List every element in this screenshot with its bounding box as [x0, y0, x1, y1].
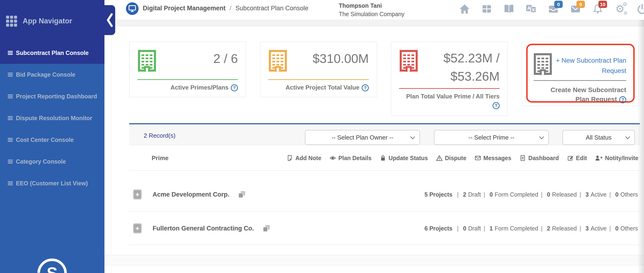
- record-count: 2 Record(s): [144, 132, 176, 139]
- note-icon: [286, 154, 293, 162]
- help-icon[interactable]: ?: [492, 102, 500, 109]
- column-header-prime: Prime: [152, 146, 168, 170]
- sidebar-item-category-console[interactable]: Category Console: [0, 151, 104, 172]
- building-icon: [400, 50, 418, 73]
- inbox-badge: 0: [554, 1, 563, 8]
- plan-owner-select-value: -- Select Plan Owner --: [332, 134, 393, 141]
- menu-icon: [8, 182, 13, 185]
- sidebar-item-cost-center-console[interactable]: Cost Center Console: [0, 129, 104, 151]
- sidebar-item-label: EEO (Customer List View): [16, 180, 88, 187]
- menu-icon: [8, 116, 13, 120]
- new-subcontract-plan-request-link[interactable]: + New Subcontract Plan Request: [549, 56, 626, 76]
- table-icon: [481, 4, 492, 14]
- inbox-button[interactable]: 0: [548, 3, 559, 15]
- status-select[interactable]: All Status: [562, 130, 635, 145]
- action-label: Add Note: [295, 155, 321, 162]
- header-divider-band: [104, 20, 644, 26]
- menu-icon: [8, 94, 13, 98]
- right-edge-shadow: [638, 20, 644, 273]
- action-label: Dispute: [445, 155, 466, 162]
- row-project-stats: 5 Projects| 2Draft| 0Form Completed| 0Re…: [424, 191, 638, 198]
- logout-button[interactable]: [637, 3, 644, 15]
- app-grid-icon: [6, 16, 17, 27]
- user-company: The Simulation Company: [339, 10, 404, 18]
- stat-label: Active Primes/Plans?: [170, 84, 238, 92]
- home-button[interactable]: [459, 3, 470, 15]
- copy-icon[interactable]: [238, 190, 246, 198]
- plus-icon: +: [135, 224, 140, 232]
- dashboard-button[interactable]: Dashboard: [519, 154, 559, 162]
- app-module-icon: [126, 2, 138, 15]
- expand-row-button[interactable]: +: [133, 189, 142, 200]
- settings-button[interactable]: ⚙ ⚙ ⚙: [614, 3, 625, 15]
- stat-label: Active Project Total Value?: [286, 84, 369, 92]
- chevron-down-icon: [625, 136, 630, 139]
- edit-icon: [567, 154, 574, 162]
- plan-owner-select[interactable]: -- Select Plan Owner --: [305, 130, 420, 145]
- action-label: Messages: [484, 155, 512, 162]
- sidebar-item-label: Subcontract Plan Console: [16, 50, 88, 56]
- menu-icon: [8, 51, 13, 55]
- power-icon: [637, 4, 644, 14]
- stat-value-line1: $52.23M /: [444, 49, 500, 67]
- plan-details-button[interactable]: Plan Details: [329, 154, 372, 162]
- notify-invite-button[interactable]: Notity/Invite: [595, 154, 638, 162]
- knowledge-book-button[interactable]: [504, 3, 514, 15]
- messages-button-row[interactable]: Messages: [474, 154, 512, 162]
- stat-card-new-request: + New Subcontract Plan Request Create Ne…: [522, 42, 639, 106]
- sidebar-item-subcontract-plan-console[interactable]: Subcontract Plan Console: [0, 42, 104, 64]
- sidebar-item-label: Cost Center Console: [16, 136, 74, 143]
- menu-icon: [8, 73, 13, 77]
- panel-left-edge: [111, 26, 111, 273]
- edit-button[interactable]: Edit: [567, 154, 587, 162]
- table-actions: Add Note Plan Details Update Status: [286, 146, 638, 170]
- messages-button[interactable]: 0: [570, 3, 581, 15]
- prime-select[interactable]: -- Select Prime --: [434, 130, 549, 145]
- copy-icon[interactable]: [262, 224, 270, 232]
- stat-projects: 6 Projects: [424, 225, 452, 232]
- sidebar-item-eeo-customer-list-view[interactable]: EEO (Customer List View): [0, 172, 104, 194]
- book-icon: [504, 4, 514, 14]
- sidebar-item-dispute-resolution-monitor[interactable]: Dispute Resolution Monitor: [0, 107, 104, 129]
- status-select-value: All Status: [586, 134, 612, 141]
- messages-badge: 0: [576, 1, 585, 8]
- lock-icon: [380, 154, 386, 162]
- update-status-button[interactable]: Update Status: [380, 154, 428, 162]
- stat-divider: [534, 80, 626, 81]
- sidebar-collapse-button[interactable]: [104, 5, 115, 35]
- help-icon[interactable]: ?: [619, 96, 626, 103]
- breadcrumb: Digital Project Management / Subcontract…: [143, 5, 308, 12]
- sidebar-item-label: Project Reporting Dashboard: [16, 93, 97, 100]
- stat-label: Plan Total Value Prime / All Tiers: [406, 93, 500, 100]
- chevron-down-icon: [539, 136, 544, 139]
- stat-value: $310.00M: [313, 51, 369, 66]
- breadcrumb-app[interactable]: Digital Project Management: [143, 5, 226, 12]
- prime-name: Fullerton General Contracting Co.: [152, 225, 254, 232]
- user-block: Thompson Tani The Simulation Company: [339, 2, 404, 18]
- notifications-button[interactable]: 10: [592, 3, 603, 15]
- help-icon[interactable]: ?: [362, 84, 369, 92]
- stat-label-text: Create New Subcontract Plan Request: [550, 86, 626, 103]
- translate-icon: [526, 4, 536, 14]
- add-note-button[interactable]: Add Note: [286, 154, 321, 162]
- sidebar-item-label: Bid Package Console: [16, 71, 75, 78]
- app-navigator-header: App Navigator: [0, 0, 104, 42]
- dispute-button[interactable]: Dispute: [436, 154, 466, 162]
- brand-logo: S: [38, 258, 67, 273]
- translate-button[interactable]: [526, 3, 536, 15]
- help-icon[interactable]: ?: [231, 84, 238, 92]
- footer-band: [104, 255, 644, 265]
- expand-row-button[interactable]: +: [133, 223, 142, 234]
- stat-divider: [268, 79, 369, 80]
- sidebar-item-label: Dispute Resolution Monitor: [16, 115, 92, 122]
- prime-select-value: -- Select Prime --: [468, 134, 514, 141]
- sidebar-item-project-reporting-dashboard[interactable]: Project Reporting Dashboard: [0, 86, 104, 107]
- breadcrumb-separator: /: [230, 5, 232, 12]
- table-header: Prime Add Note Plan Details: [129, 146, 640, 170]
- action-label: Update Status: [388, 155, 428, 162]
- app-navigator-title: App Navigator: [23, 17, 72, 25]
- sidebar-item-bid-package-console[interactable]: Bid Package Console: [0, 64, 104, 86]
- stat-value: 2 / 6: [213, 51, 238, 66]
- stat-label-text: Active Project Total Value: [286, 84, 360, 91]
- apps-table-button[interactable]: [481, 3, 492, 15]
